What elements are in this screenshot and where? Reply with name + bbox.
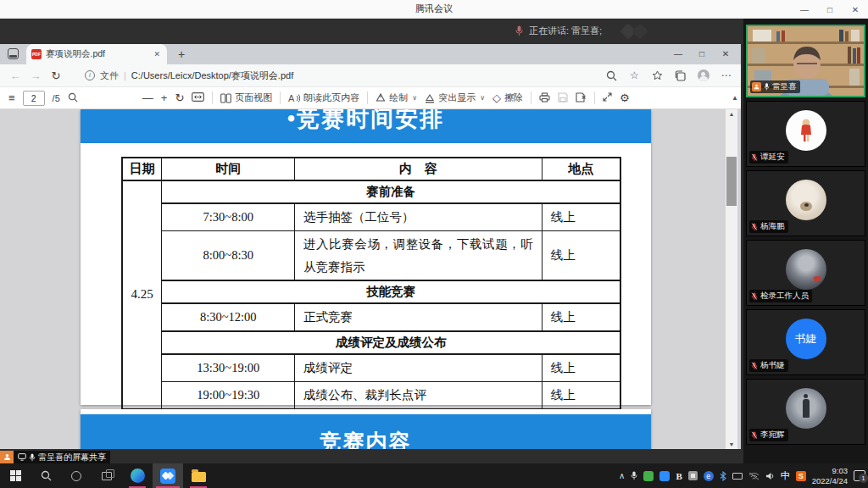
battery-icon[interactable]	[732, 473, 743, 480]
draw-dropdown-icon[interactable]: ∨	[412, 94, 417, 102]
video-tile-speaker[interactable]: 雷呈喜	[746, 25, 865, 97]
browser-menu-icon[interactable]: ⋯	[716, 66, 736, 85]
taskbar-clock[interactable]: 9:03 2022/4/24	[812, 466, 848, 485]
table-row: 技能竞赛	[122, 280, 620, 303]
browser-tab-active[interactable]: PDF 赛项说明会.pdf ✕	[26, 44, 167, 64]
ime-indicator[interactable]: 中	[781, 469, 790, 482]
address-bar: ← → ↻ i 文件 | C:/Users/Leicx/Desktop/赛项说明…	[0, 64, 741, 87]
pdf-scrollbar[interactable]: ▲ ▼	[726, 109, 737, 449]
print-icon[interactable]	[539, 92, 550, 104]
sogou-input-icon[interactable]: S	[796, 471, 806, 481]
scrollbar-down-arrow[interactable]: ▼	[726, 441, 737, 447]
col-header-time: 时间	[162, 158, 295, 180]
highlight-button[interactable]: 突出显示 ∨	[425, 92, 485, 104]
speaker-icon[interactable]	[765, 472, 775, 480]
video-tile[interactable]: 李宛辉	[746, 379, 865, 445]
tab-close-icon[interactable]: ✕	[152, 48, 162, 60]
tray-wechat-icon[interactable]	[643, 471, 654, 481]
avatar-cartoon	[786, 110, 826, 151]
page-view-label: 页面视图	[235, 92, 272, 104]
fullscreen-icon[interactable]	[603, 92, 612, 103]
taskbar-meeting-icon[interactable]	[153, 463, 183, 488]
scrollbar-up-icon[interactable]: ▲	[732, 94, 738, 102]
page-view-button[interactable]: 页面视图	[220, 92, 272, 104]
wifi-off-icon[interactable]	[748, 472, 760, 480]
tray-meeting-icon[interactable]	[659, 471, 670, 481]
section-cell: 成绩评定及成绩公布	[162, 331, 620, 354]
participant-name-label: 谭延安	[749, 151, 788, 164]
minimize-button[interactable]: —	[792, 0, 817, 19]
profile-avatar-icon[interactable]	[693, 66, 713, 85]
video-tile[interactable]: 书婕 杨书婕	[746, 309, 865, 375]
windows-taskbar: ∧ B e 中 S 9:03 2022/4/24 1	[0, 463, 868, 488]
video-tile[interactable]: 杨海鹏	[746, 170, 865, 236]
tray-b-icon[interactable]: B	[676, 471, 682, 481]
tray-chevron-icon[interactable]: ∧	[619, 471, 625, 480]
zoom-out-icon[interactable]: —	[142, 92, 153, 104]
highlight-dropdown-icon[interactable]: ∨	[480, 94, 485, 102]
screen-icon	[18, 453, 26, 461]
tray-mic-icon[interactable]	[631, 471, 637, 480]
content-cell: 选手抽签（工位号）	[295, 203, 542, 230]
notification-center-icon[interactable]: 1	[854, 470, 865, 481]
scrollbar-thumb[interactable]	[726, 157, 737, 206]
meeting-bottom-strip	[0, 449, 743, 463]
back-button[interactable]: ←	[5, 69, 25, 82]
tray-app-icon[interactable]	[688, 471, 698, 480]
col-header-date: 日期	[122, 158, 162, 180]
new-tab-button[interactable]: +	[174, 47, 189, 61]
col-header-location: 地点	[542, 158, 620, 180]
toc-icon[interactable]: ≡	[8, 92, 15, 104]
mic-muted-icon	[751, 362, 758, 370]
erase-button[interactable]: ◇ 擦除	[492, 92, 523, 104]
meeting-titlebar: 腾讯会议 — □ ✕	[0, 0, 868, 19]
taskbar-explorer-icon[interactable]	[183, 463, 214, 488]
time-cell: 8:00~8:30	[162, 230, 295, 280]
fit-width-icon[interactable]	[192, 92, 204, 103]
pdf-page-next: 竞赛内容	[81, 409, 651, 449]
page-number-input[interactable]	[23, 91, 45, 106]
scrollbar-up-arrow[interactable]: ▲	[726, 111, 737, 117]
rotate-icon[interactable]: ↻	[175, 92, 184, 104]
video-tile[interactable]: 检录工作人员	[746, 240, 865, 306]
refresh-button[interactable]: ↻	[46, 69, 66, 82]
task-view-icon[interactable]	[92, 463, 122, 488]
cortana-icon[interactable]	[61, 463, 92, 488]
info-icon[interactable]: i	[85, 70, 95, 80]
bluetooth-icon[interactable]	[720, 471, 726, 481]
participant-name-label: 李宛辉	[749, 429, 788, 441]
favorites-star-icon[interactable]: ☆	[625, 66, 644, 85]
content-cell: 成绩评定	[295, 354, 542, 381]
forward-button[interactable]: →	[25, 69, 46, 82]
collections-icon[interactable]	[670, 66, 690, 85]
table-row: 13:30~19:00成绩评定线上	[122, 354, 620, 381]
close-button[interactable]: ✕	[843, 0, 868, 19]
taskbar-edge-icon[interactable]	[122, 463, 153, 488]
video-tile[interactable]: 谭延安	[746, 101, 865, 167]
browser-minimize-button[interactable]: —	[666, 44, 690, 64]
url-field[interactable]: i 文件 | C:/Users/Leicx/Desktop/赛项说明会.pdf	[73, 69, 595, 82]
save-as-icon[interactable]	[576, 92, 587, 104]
pdf-search-icon[interactable]	[68, 92, 78, 104]
zoom-in-icon[interactable]: +	[161, 92, 168, 104]
url-scheme-label: 文件	[100, 69, 119, 82]
favorites-bar-icon[interactable]	[648, 66, 667, 85]
start-button[interactable]	[0, 463, 31, 488]
tab-actions-icon[interactable]	[8, 48, 19, 59]
read-aloud-button[interactable]: A 朗读此页内容	[288, 92, 359, 104]
mic-muted-icon	[751, 153, 758, 162]
member-icon	[752, 82, 761, 92]
browser-close-button[interactable]: ✕	[714, 44, 737, 64]
browser-maximize-button[interactable]: □	[690, 44, 714, 64]
maximize-button[interactable]: □	[817, 0, 843, 19]
zoom-search-icon[interactable]	[602, 66, 621, 85]
tray-e-icon[interactable]: e	[704, 471, 714, 481]
taskbar-search-icon[interactable]	[31, 463, 61, 488]
pdf-settings-gear-icon[interactable]: ⚙	[620, 92, 630, 104]
table-header-row: 日期 时间 内 容 地点	[122, 158, 620, 180]
location-cell: 线上	[542, 230, 620, 280]
pdf-viewport[interactable]: •竞赛时间安排 日期 时间 内 容 地点 4.25赛	[0, 109, 741, 449]
table-row: 8:30~12:00正式竞赛线上	[122, 303, 620, 331]
meeting-window-controls: — □ ✕	[792, 0, 868, 19]
draw-button[interactable]: 绘制 ∨	[376, 92, 417, 104]
